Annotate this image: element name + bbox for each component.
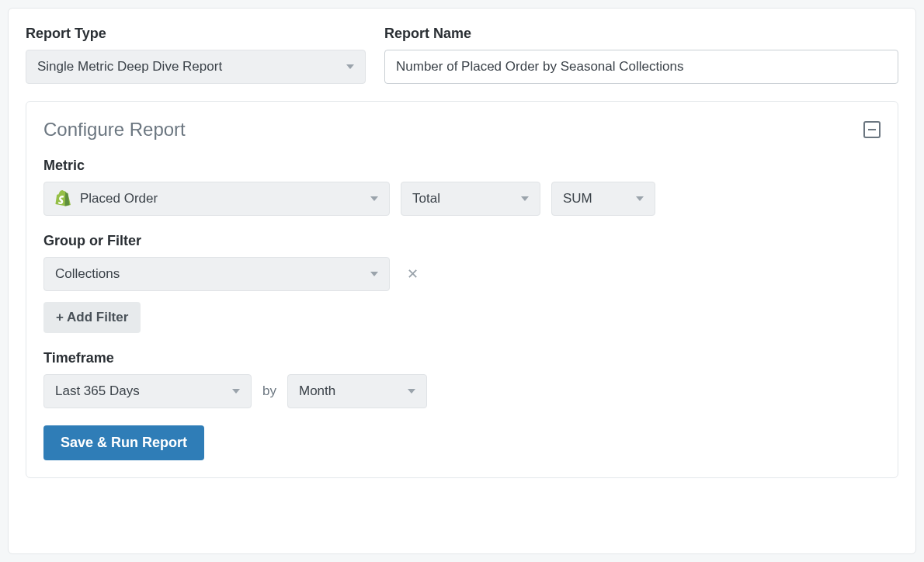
- remove-filter-button[interactable]: ✕: [401, 265, 425, 283]
- report-type-label: Report Type: [26, 26, 366, 42]
- metric-label: Metric: [43, 158, 881, 174]
- report-type-value: Single Metric Deep Dive Report: [37, 59, 222, 75]
- filter-select[interactable]: Collections: [43, 257, 390, 291]
- report-name-label: Report Name: [384, 26, 898, 42]
- report-type-select[interactable]: Single Metric Deep Dive Report: [26, 50, 366, 84]
- filter-value: Collections: [55, 266, 120, 282]
- chevron-down-icon: [232, 389, 240, 394]
- shopify-icon: [54, 189, 72, 208]
- timeframe-bucket-select[interactable]: Month: [287, 374, 427, 408]
- timeframe-by-label: by: [262, 383, 276, 399]
- metric-aggregate-value: Total: [412, 191, 440, 206]
- group-or-filter-label: Group or Filter: [43, 233, 881, 249]
- chevron-down-icon: [370, 196, 378, 201]
- timeframe-range-value: Last 365 Days: [55, 383, 140, 399]
- metric-aggregate-select[interactable]: Total: [401, 182, 540, 216]
- configure-header: Configure Report: [43, 119, 881, 140]
- report-name-input[interactable]: [384, 50, 898, 84]
- timeframe-label: Timeframe: [43, 350, 881, 366]
- add-filter-button[interactable]: + Add Filter: [43, 302, 141, 333]
- top-row: Report Type Single Metric Deep Dive Repo…: [26, 26, 898, 84]
- metric-operation-value: SUM: [563, 191, 592, 206]
- metric-operation-select[interactable]: SUM: [551, 182, 655, 216]
- configure-title: Configure Report: [43, 119, 186, 140]
- metric-select[interactable]: Placed Order: [43, 182, 390, 216]
- timeframe-range-select[interactable]: Last 365 Days: [43, 374, 252, 408]
- metric-section: Metric Placed Order Total SUM: [43, 158, 881, 216]
- chevron-down-icon: [408, 389, 415, 394]
- close-icon: ✕: [407, 266, 419, 282]
- minus-icon: [868, 129, 876, 130]
- filter-section: Group or Filter Collections ✕ + Add Filt…: [43, 233, 881, 333]
- chevron-down-icon: [636, 196, 644, 201]
- chevron-down-icon: [346, 64, 354, 69]
- configure-report-card: Configure Report Metric Placed Order: [26, 101, 898, 478]
- chevron-down-icon: [521, 196, 529, 201]
- report-builder-panel: Report Type Single Metric Deep Dive Repo…: [8, 8, 916, 554]
- metric-value: Placed Order: [80, 191, 158, 206]
- collapse-button[interactable]: [863, 121, 881, 138]
- report-name-field: Report Name: [384, 26, 898, 84]
- timeframe-bucket-value: Month: [299, 383, 335, 399]
- timeframe-section: Timeframe Last 365 Days by Month: [43, 350, 881, 408]
- chevron-down-icon: [370, 272, 378, 276]
- report-type-field: Report Type Single Metric Deep Dive Repo…: [26, 26, 366, 84]
- save-run-report-button[interactable]: Save & Run Report: [43, 425, 204, 460]
